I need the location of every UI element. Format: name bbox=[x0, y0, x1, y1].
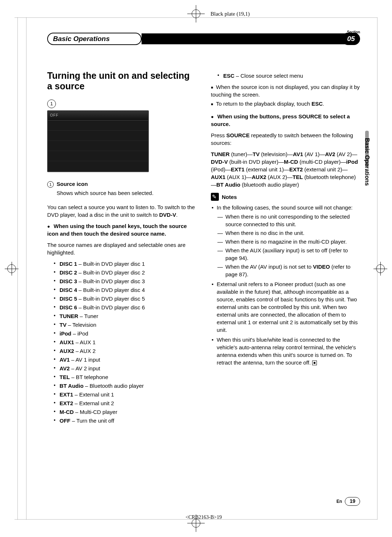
source-item: AV1 – AV 1 input bbox=[60, 356, 196, 363]
source-icon-label: Source icon bbox=[57, 180, 88, 188]
note-1-subitem: When there is no disc in the unit. bbox=[225, 229, 360, 237]
black-plate-label: Black plate (19,1) bbox=[211, 10, 250, 18]
buttons-heading: When using the buttons, press SOURCE to … bbox=[211, 113, 360, 128]
source-item: M-CD – Multi-CD player bbox=[60, 408, 196, 416]
note-1-subitem: When there is no unit corresponding to t… bbox=[225, 213, 360, 228]
esc-item: ESC – Close source select menu bbox=[223, 72, 360, 80]
trim-line bbox=[15, 17, 377, 18]
source-item: EXT2 – External unit 2 bbox=[60, 399, 196, 407]
source-item: iPod – iPod bbox=[60, 330, 196, 337]
source-item: AUX2 – AUX 2 bbox=[60, 347, 196, 355]
source-icon-desc: Shows which source has been selected. bbox=[57, 189, 196, 197]
callout-1-icon: 1 bbox=[47, 99, 56, 108]
source-item: DISC 3 – Built-in DVD player disc 3 bbox=[60, 277, 196, 285]
source-item: DISC 1 – Built-in DVD player disc 1 bbox=[60, 260, 196, 268]
footer-lang: En bbox=[336, 499, 342, 505]
source-item: TV – Television bbox=[60, 321, 196, 329]
chapter-title-pill: Basic Operations bbox=[47, 33, 142, 45]
note-3: When this unit's blue/white lead is conn… bbox=[217, 336, 360, 366]
footer-page-number: 19 bbox=[345, 497, 360, 506]
section-heading: Turning the unit on and selecting a sour… bbox=[47, 70, 196, 91]
touch-desc: The source names are displayed and selec… bbox=[47, 241, 196, 256]
notes-icon bbox=[211, 193, 219, 201]
note-1-subitem: When the AUX (auxiliary input) is set to… bbox=[225, 247, 360, 262]
screen-off-label: OFF bbox=[50, 113, 58, 118]
press-source-text: Press SOURCE repeatedly to switch betwee… bbox=[211, 131, 360, 147]
source-item: DISC 4 – Built-in DVD player disc 4 bbox=[60, 286, 196, 294]
intro-paragraph: You can select a source you want to list… bbox=[47, 203, 196, 219]
note-1-subitem: When there is no magazine in the multi-C… bbox=[225, 238, 360, 245]
source-item: OFF – Turn the unit off bbox=[60, 417, 196, 424]
registration-mark-top bbox=[189, 7, 203, 20]
registration-mark-left bbox=[7, 264, 16, 273]
source-item: EXT1 – External unit 1 bbox=[60, 391, 196, 398]
source-item: AV2 – AV 2 input bbox=[60, 365, 196, 372]
note-1: In the following cases, the sound source… bbox=[217, 204, 360, 278]
side-tab-label: Basic Operations bbox=[363, 138, 371, 186]
end-of-section-icon bbox=[312, 361, 317, 365]
note-2: External unit refers to a Pioneer produc… bbox=[217, 280, 360, 334]
header-bar bbox=[142, 33, 346, 44]
source-item: TUNER – Tuner bbox=[60, 312, 196, 320]
source-item: AUX1 – AUX 1 bbox=[60, 338, 196, 346]
source-item: BT Audio – Bluetooth audio player bbox=[60, 382, 196, 390]
hint-touch-screen: When the source icon is not displayed, y… bbox=[211, 83, 360, 98]
device-screenshot: 1 OFF bbox=[47, 99, 156, 172]
note-1-subitem: When the AV (AV input) is not set to VID… bbox=[225, 263, 360, 278]
trim-line bbox=[26, 17, 26, 520]
trim-line bbox=[17, 17, 18, 520]
trim-line bbox=[377, 17, 377, 520]
section-number-pill: 05 bbox=[342, 33, 360, 45]
source-item: DISC 6 – Built-in DVD player disc 6 bbox=[60, 304, 196, 311]
source-chain: TUNER (tuner)—TV (television)—AV1 (AV 1)… bbox=[211, 150, 360, 188]
touch-heading: When using the touch panel keys, touch t… bbox=[47, 222, 196, 237]
source-item: DISC 5 – Built-in DVD player disc 5 bbox=[60, 295, 196, 302]
sources-list: DISC 1 – Built-in DVD player disc 1DISC … bbox=[47, 260, 196, 424]
callout-1-ref-icon: 1 bbox=[47, 181, 54, 188]
hint-esc: To return to the playback display, touch… bbox=[211, 100, 360, 107]
source-item: TEL – BT telephone bbox=[60, 373, 196, 381]
notes-label: Notes bbox=[222, 193, 237, 201]
source-item: DISC 2 – Built-in DVD player disc 2 bbox=[60, 269, 196, 276]
doc-code: <CRB2163-B>19 bbox=[185, 514, 222, 521]
